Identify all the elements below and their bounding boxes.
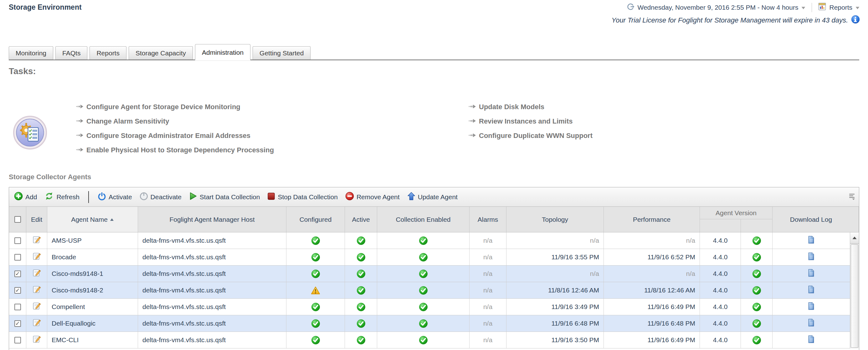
vertical-scrollbar[interactable] — [850, 233, 859, 348]
table-row-brocade[interactable]: Brocadedelta-fms-vm4.vfs.stc.us.qsftn/a1… — [9, 249, 859, 266]
task-link-enable-physical-host-to-storage-dependency-processing[interactable]: Enable Physical Host to Storage Dependen… — [76, 143, 274, 157]
column-header-alarms[interactable]: Alarms — [469, 207, 506, 232]
row-checkbox-cell[interactable] — [9, 299, 26, 315]
time-range-label[interactable]: Wednesday, November 9, 2016 2:55 PM - No… — [637, 4, 798, 11]
column-header-agent-version[interactable]: Agent Version — [700, 207, 773, 232]
log-file-icon — [808, 269, 814, 279]
download-log-button[interactable] — [773, 266, 859, 282]
top-right-controls: Wednesday, November 9, 2016 2:55 PM - No… — [627, 2, 860, 12]
collection-enabled-status-icon — [377, 266, 469, 282]
edit-button[interactable] — [26, 233, 47, 249]
agent-host: delta-fms-vm4.vfs.stc.us.qsft — [138, 266, 286, 282]
edit-button[interactable] — [26, 249, 47, 265]
agent-version-value: 4.4.0 — [700, 233, 741, 249]
download-log-button[interactable] — [773, 315, 859, 331]
row-checkbox-cell[interactable] — [9, 233, 26, 249]
tab-faqts[interactable]: FAQts — [55, 46, 87, 60]
column-header-configured[interactable]: Configured — [286, 207, 345, 232]
agent-version-value: 4.4.0 — [700, 315, 741, 331]
tab-administration[interactable]: Administration — [195, 44, 250, 60]
column-header-edit[interactable]: Edit — [26, 207, 47, 232]
refresh-button[interactable]: Refresh — [44, 192, 80, 202]
table-row-dell-equallogic[interactable]: ✓Dell-Equallogicdelta-fms-vm4.vfs.stc.us… — [9, 315, 859, 332]
table-header: Edit Agent Name Foglight Agent Manager H… — [9, 207, 859, 233]
select-all-cell[interactable] — [9, 207, 26, 232]
row-checkbox[interactable] — [14, 237, 21, 244]
row-checkbox-cell[interactable]: ✓ — [9, 315, 26, 331]
table-row-ams-usp[interactable]: AMS-USPdelta-fms-vm4.vfs.stc.us.qsftn/an… — [9, 233, 859, 249]
active-status-icon — [345, 315, 377, 331]
table-row-compellent[interactable]: Compellentdelta-fms-vm4.vfs.stc.us.qsftn… — [9, 299, 859, 315]
activate-button[interactable]: Activate — [98, 192, 132, 202]
column-header-performance[interactable]: Performance — [604, 207, 700, 232]
active-status-icon — [345, 282, 377, 299]
remove-agent-button[interactable]: Remove Agent — [345, 192, 400, 202]
row-checkbox[interactable] — [14, 337, 21, 343]
download-log-button[interactable] — [773, 249, 859, 265]
button-label: Refresh — [56, 193, 80, 201]
task-link-configure-duplicate-wwn-support[interactable]: Configure Duplicate WWN Support — [469, 129, 593, 143]
add-button[interactable]: Add — [14, 192, 37, 202]
info-icon[interactable] — [851, 15, 860, 26]
deactivate-button[interactable]: Deactivate — [140, 192, 182, 202]
tab-storage-capacity[interactable]: Storage Capacity — [129, 46, 193, 60]
active-status-icon — [345, 233, 377, 249]
row-checkbox[interactable]: ✓ — [14, 271, 21, 277]
select-all-checkbox[interactable] — [14, 216, 21, 223]
table-customizer-icon[interactable] — [848, 193, 855, 201]
table-row-cisco-mds9148-2[interactable]: ✓Cisco-mds9148-2delta-fms-vm4.vfs.stc.us… — [9, 282, 859, 299]
table-row-emc-cli[interactable]: EMC-CLIdelta-fms-vm4.vfs.stc.us.qsftn/a1… — [9, 332, 859, 348]
tasks-list-right: Update Disk ModelsReview Instances and L… — [469, 100, 593, 143]
edit-button[interactable] — [26, 266, 47, 282]
reports-label[interactable]: Reports — [829, 4, 852, 11]
column-header-active[interactable]: Active — [345, 207, 377, 232]
task-link-change-alarm-sensitivity[interactable]: Change Alarm Sensitivity — [76, 114, 274, 129]
tab-getting-started[interactable]: Getting Started — [253, 46, 311, 60]
column-header-host[interactable]: Foglight Agent Manager Host — [138, 207, 286, 232]
row-checkbox-cell[interactable] — [9, 332, 26, 348]
row-checkbox-cell[interactable] — [9, 249, 26, 265]
log-file-icon — [808, 318, 814, 328]
download-log-button[interactable] — [773, 299, 859, 315]
scroll-up-button[interactable] — [850, 233, 859, 244]
task-link-configure-storage-administrator-email-addresses[interactable]: Configure Storage Administrator Email Ad… — [76, 129, 274, 143]
tab-reports[interactable]: Reports — [90, 46, 126, 60]
stop-data-collection-button[interactable]: Stop Data Collection — [267, 193, 337, 202]
row-checkbox-cell[interactable]: ✓ — [9, 282, 26, 299]
task-link-configure-agent-for-storage-device-monitoring[interactable]: Configure Agent for Storage Device Monit… — [76, 100, 274, 114]
download-log-button[interactable] — [773, 332, 859, 348]
download-log-button[interactable] — [773, 282, 859, 299]
edit-button[interactable] — [26, 332, 47, 348]
topology-value: n/a — [506, 266, 604, 282]
edit-button[interactable] — [26, 282, 47, 299]
table-body: AMS-USPdelta-fms-vm4.vfs.stc.us.qsftn/an… — [9, 233, 859, 348]
row-checkbox[interactable] — [14, 254, 21, 260]
table-row-cisco-mds9148-1[interactable]: ✓Cisco-mds9148-1delta-fms-vm4.vfs.stc.us… — [9, 266, 859, 282]
column-header-collection-enabled[interactable]: Collection Enabled — [377, 207, 469, 232]
agent-host: delta-fms-vm4.vfs.stc.us.qsft — [138, 299, 286, 315]
column-header-topology[interactable]: Topology — [506, 207, 604, 232]
scroll-up-icon — [852, 237, 857, 239]
time-range-caret-icon[interactable] — [801, 4, 806, 11]
edit-button[interactable] — [26, 299, 47, 315]
column-header-download-log[interactable]: Download Log — [773, 207, 859, 232]
log-file-icon — [808, 236, 814, 246]
task-link-review-instances-and-limits[interactable]: Review Instances and Limits — [469, 114, 593, 129]
row-checkbox-cell[interactable]: ✓ — [9, 266, 26, 282]
column-header-agent-name[interactable]: Agent Name — [47, 207, 138, 232]
scrollbar-thumb[interactable] — [851, 244, 858, 348]
edit-icon — [33, 318, 41, 328]
row-checkbox[interactable]: ✓ — [14, 320, 21, 327]
topology-value: 11/9/16 3:49 PM — [506, 299, 604, 315]
edit-button[interactable] — [26, 315, 47, 331]
task-link-label: Configure Agent for Storage Device Monit… — [86, 103, 240, 111]
start-data-collection-button[interactable]: Start Data Collection — [189, 192, 260, 202]
update-agent-button[interactable]: Update Agent — [407, 192, 458, 202]
task-link-update-disk-models[interactable]: Update Disk Models — [469, 100, 593, 114]
reports-caret-icon[interactable] — [855, 4, 860, 11]
row-checkbox[interactable] — [14, 304, 21, 310]
tab-monitoring[interactable]: Monitoring — [9, 46, 53, 60]
download-log-button[interactable] — [773, 233, 859, 249]
task-link-label: Configure Storage Administrator Email Ad… — [86, 132, 250, 140]
row-checkbox[interactable]: ✓ — [14, 287, 21, 294]
